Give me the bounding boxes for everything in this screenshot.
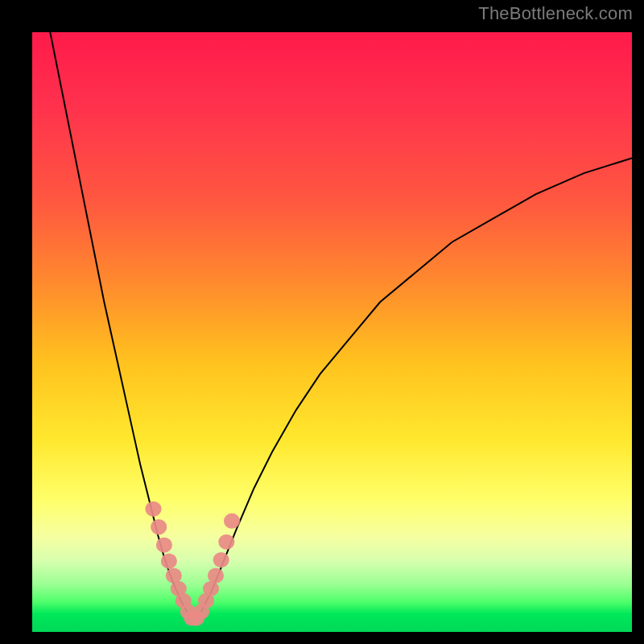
watermark-text: TheBottleneck.com	[478, 3, 633, 24]
chart-stage: TheBottleneck.com	[0, 0, 644, 644]
plot-background	[32, 32, 632, 632]
